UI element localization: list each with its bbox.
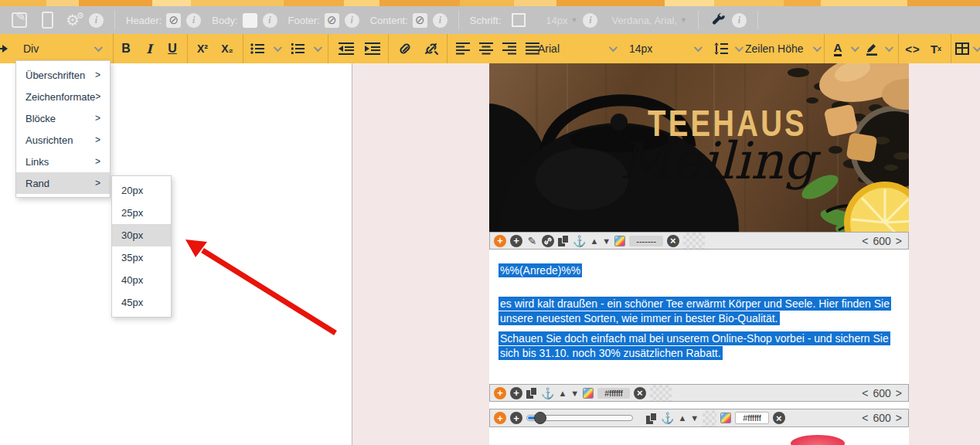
width-decrease[interactable]: <	[862, 412, 868, 424]
insert-link-button[interactable]	[393, 34, 417, 63]
info-icon[interactable]: i	[186, 13, 201, 28]
width-decrease[interactable]: <	[862, 387, 868, 399]
submenu-item-35px[interactable]: 35px	[112, 246, 171, 269]
compose-icon[interactable]	[11, 12, 28, 29]
wrench-icon[interactable]	[709, 12, 726, 29]
bold-button[interactable]: B	[114, 34, 138, 63]
numbered-list-button[interactable]	[288, 34, 308, 63]
header-image[interactable]: TEEHAUS Meiling	[489, 63, 909, 232]
align-right-button[interactable]	[498, 34, 521, 63]
table-chevron[interactable]	[971, 34, 980, 63]
info-icon[interactable]: i	[89, 13, 104, 28]
move-down-button[interactable]: ▼	[690, 413, 699, 423]
numbered-list-chevron[interactable]	[309, 34, 325, 63]
info-icon[interactable]: i	[263, 13, 277, 28]
global-font-family-dropdown[interactable]: Verdana, Arial,	[611, 15, 677, 26]
highlight-color-chevron[interactable]	[881, 34, 895, 63]
delete-block-button[interactable]: ×	[773, 412, 785, 424]
block-color-field[interactable]: #ffffff	[597, 388, 629, 399]
clear-formatting-button[interactable]: Tx	[924, 34, 948, 63]
mail-salutation[interactable]: %%(Anrede)%%	[499, 263, 891, 278]
color-picker-icon[interactable]	[614, 236, 625, 246]
block-width-control[interactable]: < 600 >	[862, 412, 902, 424]
add-block-button[interactable]: +	[510, 235, 522, 247]
move-down-button[interactable]: ▼	[602, 236, 611, 246]
anchor-button[interactable]: ⚓	[573, 235, 586, 247]
block-color-field[interactable]: -------	[629, 236, 663, 246]
color-picker-icon[interactable]	[720, 413, 731, 423]
content-none-icon[interactable]: ⊘	[413, 13, 427, 28]
font-size-dropdown[interactable]: 14px	[623, 34, 706, 63]
mail-paragraph-1[interactable]: es wird kalt draußen - ein schöner Tee e…	[499, 297, 891, 326]
bullet-list-button[interactable]	[247, 34, 267, 63]
align-center-button[interactable]	[475, 34, 498, 63]
line-height-dropdown[interactable]: Zeilen Höhe	[745, 34, 819, 63]
info-icon[interactable]: i	[583, 13, 597, 28]
underline-button[interactable]: U	[161, 34, 184, 63]
delete-block-button[interactable]: ×	[634, 387, 646, 399]
submenu-item-30px[interactable]: 30px	[112, 224, 171, 246]
menu-item-ausrichten[interactable]: Ausrichten>	[16, 129, 110, 151]
subscript-button[interactable]: X₂	[215, 34, 240, 63]
duplicate-block-button[interactable]	[526, 387, 537, 399]
highlight-color-button[interactable]	[861, 34, 883, 63]
move-block-handle[interactable]: +	[494, 387, 506, 399]
submenu-item-40px[interactable]: 40px	[112, 269, 171, 291]
italic-button[interactable]: I	[138, 34, 161, 63]
line-height-icon-button[interactable]	[709, 34, 733, 63]
indent-button[interactable]	[360, 34, 385, 63]
move-down-button[interactable]: ▼	[570, 389, 579, 398]
link-block-button[interactable]	[542, 235, 554, 247]
outdent-button[interactable]	[334, 34, 359, 63]
info-icon[interactable]: i	[345, 13, 359, 28]
move-up-button[interactable]: ▲	[590, 236, 598, 246]
text-color-button[interactable]: A	[827, 34, 849, 63]
global-font-size-dropdown[interactable]: 14px	[546, 15, 567, 26]
font-family-dropdown[interactable]: Arial	[532, 34, 621, 63]
code-view-button[interactable]: <>	[900, 34, 926, 63]
body-color-swatch[interactable]	[243, 13, 257, 28]
slider-knob[interactable]	[534, 412, 546, 424]
add-block-button[interactable]: +	[510, 387, 522, 399]
move-block-handle[interactable]: +	[494, 235, 506, 247]
mobile-preview-icon[interactable]	[39, 12, 56, 29]
menu-item-zeichenformate[interactable]: Zeichenformate>	[16, 86, 110, 107]
submenu-item-25px[interactable]: 25px	[112, 202, 171, 224]
settings-gears-icon[interactable]: ⚙⚙	[66, 12, 83, 29]
edit-block-button[interactable]: ✎	[526, 235, 538, 246]
bullet-list-chevron[interactable]	[269, 34, 284, 63]
duplicate-block-button[interactable]	[558, 235, 569, 246]
header-none-icon[interactable]: ⊘	[166, 13, 181, 28]
anchor-button[interactable]: ⚓	[661, 412, 674, 424]
menu-item-ueberschriften[interactable]: Überschriften>	[16, 64, 110, 86]
width-increase[interactable]: >	[896, 387, 902, 399]
delete-block-button[interactable]: ×	[667, 235, 679, 247]
color-picker-icon[interactable]	[583, 388, 594, 399]
text-color-chevron[interactable]	[847, 34, 861, 63]
remove-link-button[interactable]	[419, 34, 444, 63]
add-block-button[interactable]: +	[510, 412, 522, 424]
info-icon[interactable]: i	[732, 13, 747, 28]
submenu-item-20px[interactable]: 20px	[112, 179, 171, 202]
scale-slider[interactable]	[526, 415, 633, 421]
submenu-item-45px[interactable]: 45px	[112, 291, 171, 314]
align-left-button[interactable]	[451, 34, 475, 63]
menu-item-rand[interactable]: Rand>	[16, 172, 110, 194]
move-block-handle[interactable]: +	[494, 412, 506, 424]
move-up-button[interactable]: ▲	[678, 413, 686, 423]
superscript-button[interactable]: X²	[190, 34, 215, 63]
footer-none-icon[interactable]: ⊘	[325, 13, 339, 28]
block-format-dropdown[interactable]: Div	[15, 34, 108, 63]
duplicate-block-button[interactable]	[646, 413, 657, 424]
mail-paragraph-2[interactable]: Schauen Sie doch einfach mal bei unserem…	[499, 331, 891, 361]
partial-arrow-icon[interactable]	[0, 34, 9, 63]
menu-item-bloecke[interactable]: Blöcke>	[16, 107, 110, 129]
line-height-chevron[interactable]	[731, 34, 745, 63]
anchor-button[interactable]: ⚓	[541, 387, 554, 399]
move-up-button[interactable]: ▲	[558, 389, 567, 398]
width-increase[interactable]: >	[896, 235, 902, 247]
table-button[interactable]	[952, 34, 972, 63]
width-increase[interactable]: >	[896, 412, 902, 424]
block-color-field[interactable]: #ffffff	[735, 412, 768, 424]
schrift-checkbox[interactable]	[512, 13, 526, 27]
